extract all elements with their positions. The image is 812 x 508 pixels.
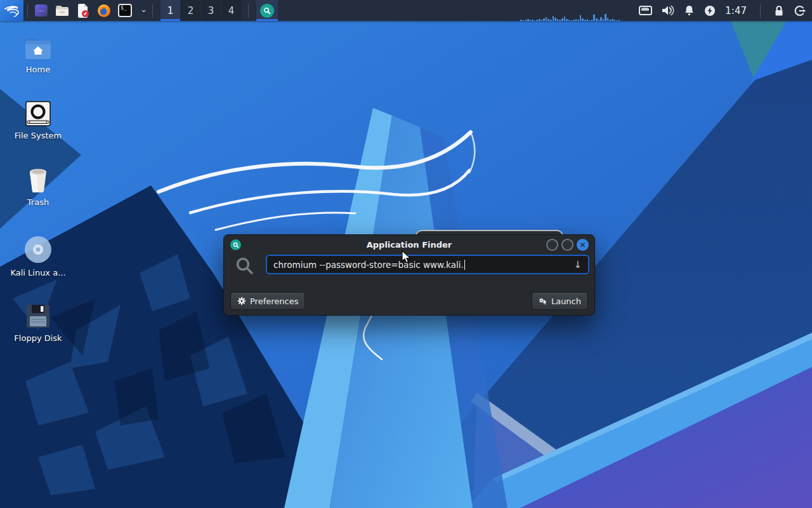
- panel-separator: [152, 4, 153, 18]
- workspace-switcher: 1 2 3 4: [160, 0, 242, 21]
- lock-screen-icon[interactable]: [774, 5, 784, 17]
- preferences-button[interactable]: Preferences: [230, 292, 305, 310]
- file-manager-launcher[interactable]: [55, 4, 69, 18]
- app-finder-icon: [260, 4, 274, 18]
- gear-icon: [237, 297, 246, 305]
- desktop-icon-file-system[interactable]: File System: [3, 100, 73, 140]
- top-panel: ...: [0, 0, 812, 21]
- application-finder-window: Application Finder ✕ chromium --password…: [223, 234, 595, 316]
- workspace-1-button[interactable]: 1: [160, 0, 180, 21]
- workspace-2-button[interactable]: 2: [181, 0, 200, 21]
- home-folder-icon: [3, 36, 73, 61]
- dialog-buttons: Preferences Launch: [224, 292, 594, 310]
- floppy-disk-icon: [3, 303, 73, 330]
- close-button[interactable]: ✕: [577, 239, 589, 251]
- search-input[interactable]: chromium --password-store=basic www.kali…: [266, 255, 589, 274]
- panel-separator: [248, 4, 249, 18]
- document-icon: [77, 4, 89, 18]
- panel-status-area: 1:47: [520, 0, 812, 21]
- drive-icon: [3, 100, 73, 127]
- desktop-icon-floppy-disk[interactable]: Floppy Disk: [3, 303, 73, 343]
- desktop-icon-home[interactable]: Home: [3, 36, 73, 74]
- mouse-cursor: [402, 250, 412, 267]
- cd-disc-icon: [3, 235, 73, 264]
- workspace-4-button[interactable]: 4: [221, 0, 241, 21]
- text-caret: [464, 260, 465, 270]
- window-app-icon: ...: [35, 4, 48, 17]
- power-manager-icon[interactable]: [704, 5, 716, 17]
- network-icon[interactable]: [639, 5, 652, 16]
- kali-menu-button[interactable]: [0, 0, 23, 21]
- panel-separator: [760, 4, 761, 18]
- firefox-launcher[interactable]: [97, 4, 111, 18]
- desktop-icon-trash[interactable]: Trash: [3, 167, 73, 207]
- workspace-3-button[interactable]: 3: [201, 0, 221, 21]
- launch-run-icon: [539, 297, 547, 305]
- maximize-button[interactable]: [561, 239, 573, 251]
- app-finder-title-icon: [230, 239, 241, 250]
- folder-icon: [55, 5, 69, 17]
- desktop-icon-kali-linux-cd[interactable]: Kali Linux a...: [3, 235, 73, 277]
- terminal-icon: $_: [118, 4, 132, 17]
- chevron-down-icon[interactable]: ⌄: [140, 4, 147, 14]
- minimize-button[interactable]: [546, 239, 558, 251]
- search-icon: [235, 257, 254, 278]
- history-dropdown-icon[interactable]: ↓: [573, 259, 582, 271]
- notifications-bell-icon[interactable]: [684, 5, 695, 17]
- cpu-graph[interactable]: [520, 0, 623, 21]
- preferences-label: Preferences: [250, 297, 298, 306]
- firefox-icon: [97, 4, 111, 18]
- clock[interactable]: 1:47: [725, 5, 747, 17]
- launch-button[interactable]: Launch: [532, 292, 588, 310]
- quick-launchers: ...: [32, 4, 148, 18]
- search-input-value: chromium --password-store=basic www.kali…: [273, 260, 464, 270]
- trash-icon: [3, 167, 73, 194]
- kali-logo-icon: [4, 3, 20, 18]
- text-editor-launcher[interactable]: [76, 4, 90, 18]
- window-title: Application Finder: [367, 240, 452, 250]
- terminal-launcher[interactable]: $_: [118, 4, 132, 18]
- panel-separator: [27, 4, 28, 18]
- launch-label: Launch: [551, 297, 581, 306]
- volume-icon[interactable]: [662, 5, 674, 16]
- taskbar-application-finder[interactable]: [256, 0, 278, 21]
- window-app-launcher[interactable]: ...: [34, 4, 48, 18]
- logout-icon[interactable]: [794, 5, 806, 17]
